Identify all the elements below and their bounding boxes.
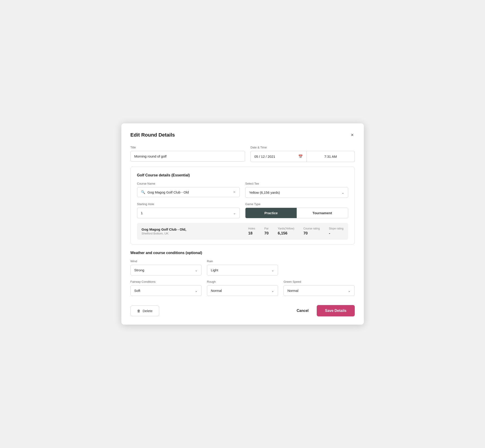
edit-round-modal: Edit Round Details × Title Date & Time 0… — [121, 123, 364, 325]
starting-hole-value: 1 — [141, 211, 143, 215]
course-info-name: Gog Magog Golf Club - Old, — [142, 227, 248, 231]
wind-value: Strong — [134, 268, 144, 272]
save-button[interactable]: Save Details — [317, 305, 355, 316]
date-value: 05 / 12 / 2021 — [254, 155, 275, 159]
fairway-dropdown[interactable]: Soft ⌄ — [130, 285, 202, 296]
date-input[interactable]: 05 / 12 / 2021 📅 — [251, 151, 307, 162]
holes-label: Holes — [248, 227, 255, 230]
time-value: 7:31 AM — [324, 155, 337, 159]
hole-gametype-row: Starting Hole 1 ⌄ Game Type Practice Tou… — [137, 202, 348, 218]
starting-hole-group: Starting Hole 1 ⌄ — [137, 202, 240, 218]
green-speed-dropdown[interactable]: Normal ⌄ — [283, 285, 355, 296]
golf-course-section: Golf Course details (Essential) Course N… — [130, 167, 355, 245]
title-label: Title — [130, 146, 245, 149]
course-name-label: Course Name — [137, 182, 240, 185]
starting-hole-label: Starting Hole — [137, 202, 240, 206]
green-speed-value: Normal — [287, 289, 298, 293]
wind-rain-row: Wind Strong ⌄ Rain Light ⌄ — [130, 259, 355, 275]
modal-header: Edit Round Details × — [130, 132, 355, 138]
par-stat: Par 70 — [264, 227, 269, 236]
time-input[interactable]: 7:31 AM — [307, 151, 355, 162]
rough-group: Rough Normal ⌄ — [207, 280, 278, 296]
select-tee-label: Select Tee — [245, 182, 348, 185]
footer-right: Cancel Save Details — [290, 305, 355, 316]
select-tee-group: Select Tee Yellow (6,156 yards) ⌄ — [245, 182, 348, 198]
starting-hole-dropdown[interactable]: 1 ⌄ — [137, 208, 240, 218]
weather-section-title: Weather and course conditions (optional) — [130, 251, 355, 255]
game-type-group: Game Type Practice Tournament — [245, 202, 348, 218]
delete-label: Delete — [143, 309, 153, 313]
course-rating-label: Course rating — [303, 227, 320, 230]
yards-stat: Yards(Yellow) 6,156 — [278, 227, 294, 236]
wind-dropdown[interactable]: Strong ⌄ — [130, 265, 202, 275]
rain-group: Rain Light ⌄ — [207, 259, 278, 275]
course-tee-row: Course Name 🔍 ✕ Select Tee Yellow (6,156… — [137, 182, 348, 198]
rough-label: Rough — [207, 280, 278, 283]
slope-rating-value: - — [329, 231, 330, 236]
footer-row: 🗑 Delete Cancel Save Details — [130, 301, 355, 316]
par-value: 70 — [264, 231, 269, 236]
modal-title: Edit Round Details — [130, 132, 175, 138]
select-tee-dropdown[interactable]: Yellow (6,156 yards) ⌄ — [245, 187, 348, 198]
tournament-toggle-button[interactable]: Tournament — [297, 208, 348, 218]
practice-toggle-button[interactable]: Practice — [245, 208, 297, 218]
fairway-label: Fairway Conditions — [130, 280, 202, 283]
yards-value: 6,156 — [278, 231, 288, 236]
green-speed-label: Green Speed — [283, 280, 355, 283]
search-icon: 🔍 — [141, 190, 145, 194]
chevron-down-icon2: ⌄ — [233, 211, 236, 215]
date-time-wrapper: 05 / 12 / 2021 📅 7:31 AM — [251, 151, 355, 162]
rough-value: Normal — [211, 289, 222, 293]
course-name-group: Course Name 🔍 ✕ — [137, 182, 240, 198]
fairway-rough-green-row: Fairway Conditions Soft ⌄ Rough Normal ⌄… — [130, 280, 355, 296]
slope-rating-label: Slope rating — [329, 227, 343, 230]
chevron-down-icon: ⌄ — [341, 191, 344, 194]
holes-stat: Holes 18 — [248, 227, 255, 236]
chevron-down-icon7: ⌄ — [348, 289, 351, 293]
par-label: Par — [264, 227, 269, 230]
course-name-input-wrap[interactable]: 🔍 ✕ — [137, 187, 240, 197]
clear-icon[interactable]: ✕ — [233, 190, 236, 194]
title-group: Title — [130, 146, 245, 162]
game-type-label: Game Type — [245, 202, 348, 206]
slope-rating-stat: Slope rating - — [329, 227, 343, 236]
title-input[interactable] — [130, 151, 245, 162]
course-info-main: Gog Magog Golf Club - Old, Shelford Bott… — [142, 227, 248, 235]
rain-dropdown[interactable]: Light ⌄ — [207, 265, 278, 275]
course-name-input[interactable] — [147, 190, 231, 194]
course-rating-stat: Course rating 70 — [303, 227, 320, 236]
rough-dropdown[interactable]: Normal ⌄ — [207, 285, 278, 296]
green-speed-group: Green Speed Normal ⌄ — [283, 280, 355, 296]
fairway-group: Fairway Conditions Soft ⌄ — [130, 280, 202, 296]
rain-value: Light — [211, 268, 218, 272]
chevron-down-icon5: ⌄ — [195, 289, 198, 293]
datetime-group: Date & Time 05 / 12 / 2021 📅 7:31 AM — [251, 146, 355, 162]
chevron-down-icon4: ⌄ — [271, 268, 274, 272]
cancel-button[interactable]: Cancel — [290, 305, 315, 316]
select-tee-value: Yellow (6,156 yards) — [249, 191, 280, 194]
calendar-icon: 📅 — [298, 154, 303, 159]
close-button[interactable]: × — [350, 132, 355, 138]
course-stats: Holes 18 Par 70 Yards(Yellow) 6,156 Cour… — [248, 227, 343, 236]
datetime-label: Date & Time — [251, 146, 355, 149]
course-info-location: Shelford Bottom, UK — [142, 232, 248, 235]
chevron-down-icon6: ⌄ — [271, 289, 274, 293]
delete-button[interactable]: 🗑 Delete — [130, 305, 159, 316]
course-rating-value: 70 — [303, 231, 308, 236]
golf-section-title: Golf Course details (Essential) — [137, 173, 348, 177]
wind-group: Wind Strong ⌄ — [130, 259, 202, 275]
weather-section: Weather and course conditions (optional)… — [130, 251, 355, 296]
spacer — [283, 259, 355, 275]
yards-label: Yards(Yellow) — [278, 227, 294, 230]
chevron-down-icon3: ⌄ — [195, 268, 198, 272]
fairway-value: Soft — [134, 289, 140, 293]
title-date-row: Title Date & Time 05 / 12 / 2021 📅 7:31 … — [130, 146, 355, 162]
trash-icon: 🗑 — [137, 309, 140, 313]
course-info-card: Gog Magog Golf Club - Old, Shelford Bott… — [137, 223, 348, 240]
rain-label: Rain — [207, 259, 278, 263]
holes-value: 18 — [248, 231, 252, 236]
game-type-toggle: Practice Tournament — [245, 208, 348, 218]
wind-label: Wind — [130, 259, 202, 263]
